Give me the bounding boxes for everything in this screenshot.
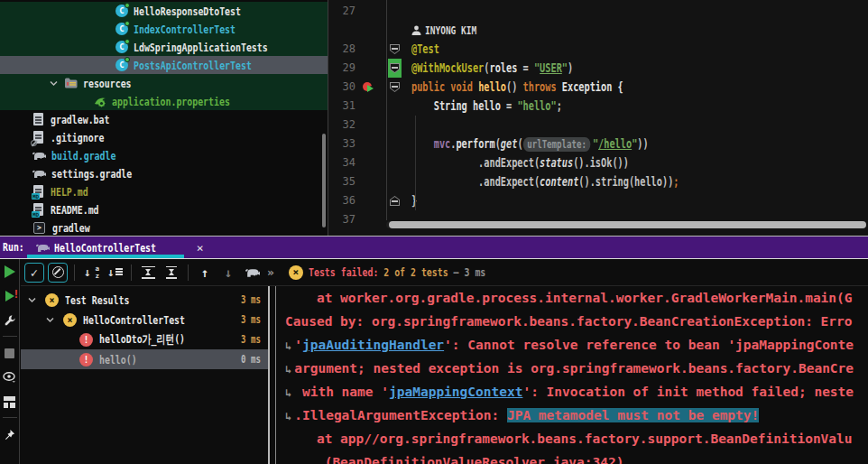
line-number[interactable]: 27 xyxy=(328,2,356,21)
expand-all-button[interactable] xyxy=(138,263,158,283)
tree-item-HelloResponseDtoTest[interactable]: C HelloResponseDtoTest xyxy=(0,2,328,20)
rerun-button[interactable] xyxy=(1,262,19,282)
pin-tab-button[interactable] xyxy=(1,424,19,444)
chevron-down-icon[interactable] xyxy=(50,79,58,88)
test-results-tree: × Test Results 3 ms × HelloControllerTes… xyxy=(21,286,270,464)
active-tab-indicator xyxy=(27,255,184,258)
markdown-file-icon: MD xyxy=(33,203,43,216)
line-number[interactable]: 28 xyxy=(328,40,356,59)
tree-item-help-md[interactable]: MD HELP.md xyxy=(0,182,328,200)
tree-item-readme-md[interactable]: MD README.md xyxy=(0,200,328,218)
gradle-elephant-icon xyxy=(35,242,50,253)
runnable-badge-icon xyxy=(125,39,130,44)
collapse-all-button[interactable] xyxy=(162,263,181,283)
tree-item-gradlew-bat[interactable]: gradlew.bat xyxy=(0,110,328,128)
test-settings-button[interactable] xyxy=(1,311,19,330)
run-header-bar: Run: HelloControllerTest × xyxy=(0,237,868,259)
editor-hscrollbar-thumb[interactable] xyxy=(389,221,866,228)
sort-alphabetically-button[interactable]: ↓a z xyxy=(81,263,101,283)
restore-layout-button[interactable] xyxy=(1,392,19,412)
code-line: 34 .andExpect(status().isOk()) xyxy=(328,153,868,172)
terminal-icon: > xyxy=(33,222,45,234)
md-badge: MD xyxy=(32,211,40,218)
sort-by-duration-button[interactable]: ↓ xyxy=(105,263,125,283)
more-actions-button[interactable]: » xyxy=(267,265,274,279)
tree-item-resources[interactable]: resources xyxy=(0,74,328,92)
runnable-badge-icon xyxy=(125,21,130,26)
chevron-down-icon[interactable] xyxy=(46,316,54,324)
line-number[interactable]: 32 xyxy=(328,116,356,135)
tests-failed-icon: × xyxy=(289,265,303,280)
stacktrace-link[interactable]: jpaMappingContext xyxy=(389,385,522,399)
gradle-elephant-icon xyxy=(32,150,46,161)
layout-icon xyxy=(4,396,15,408)
fold-marker-icon[interactable] xyxy=(390,82,400,92)
console-line: at worker.org.gradle.process.internal.wo… xyxy=(285,286,853,310)
previous-occurrence-button[interactable]: ↑ xyxy=(195,263,215,283)
tree-row-hellodto-test[interactable]: ! helloDto가_리턴() 3 ms xyxy=(21,329,268,349)
preview-options-button[interactable] xyxy=(1,367,19,387)
close-tab-icon[interactable]: × xyxy=(197,241,204,255)
tree-item-gitignore[interactable]: .gitignore xyxy=(0,128,328,146)
tests-failed-icon: × xyxy=(63,313,77,327)
line-number[interactable]: 37 xyxy=(328,210,356,229)
show-passed-toggle[interactable]: ✓ xyxy=(24,263,44,283)
gradle-test-runner-icon[interactable] xyxy=(242,263,262,283)
tree-item-application-properties[interactable]: application.properties xyxy=(0,92,328,110)
class-icon: C xyxy=(115,41,128,53)
show-ignored-toggle[interactable] xyxy=(48,263,68,283)
tree-item-PostsApiControllerTest[interactable]: C PostsApiControllerTest xyxy=(0,56,328,74)
line-number[interactable]: 34 xyxy=(328,153,356,172)
tree-item-label: settings.gradle xyxy=(51,167,132,181)
markdown-file-icon: MD xyxy=(33,185,43,198)
next-occurrence-button[interactable]: ↓ xyxy=(218,263,238,283)
tree-item-gradlew[interactable]: > gradlew xyxy=(0,218,328,236)
line-number[interactable]: 29 xyxy=(328,59,356,78)
stacktrace-link[interactable]: jpaAuditingHandler xyxy=(302,338,444,352)
tree-item-build-gradle[interactable]: build.gradle xyxy=(0,146,328,164)
fold-end-marker-icon[interactable] xyxy=(390,196,400,206)
tree-item-label: build.gradle xyxy=(51,149,115,162)
tree-item-label: README.md xyxy=(51,203,99,217)
test-error-icon: ! xyxy=(79,333,93,347)
toolbar-separator xyxy=(131,264,132,281)
code-line: 31 String hello = "hello"; xyxy=(328,97,868,116)
code-line: 35 .andExpect(content().string(hello)); xyxy=(328,172,868,191)
failed-test-run-icon[interactable] xyxy=(363,82,373,92)
line-number[interactable]: 36 xyxy=(328,191,356,210)
run-toolbar: ✓ ↓a z ↓ ↑ ↓ » × Tests failed xyxy=(21,259,868,286)
check-icon: ✓ xyxy=(31,265,38,280)
tree-item-LdwSpringApplicationTests[interactable]: C LdwSpringApplicationTests xyxy=(0,38,328,56)
md-badge: MD xyxy=(32,193,40,200)
tree-row-hello-test[interactable]: ! hello() 0 ms xyxy=(21,349,268,369)
ide-window: C HelloResponseDtoTest C IndexController… xyxy=(0,0,868,464)
line-number[interactable]: 33 xyxy=(328,135,356,153)
class-icon: C xyxy=(115,23,128,35)
tree-item-label: HelloResponseDtoTest xyxy=(134,5,241,18)
toolbar-separator xyxy=(188,264,189,281)
editor-panel[interactable]: 27 INYONG KIM 28 @Test 29 @WithMockUser(… xyxy=(328,0,868,236)
code-line: 33 mvc.perform(get(urlTemplate:"/hello")… xyxy=(328,135,868,153)
line-number[interactable]: 30 xyxy=(328,78,356,97)
runnable-badge-icon xyxy=(125,3,130,8)
project-tree-panel: C HelloResponseDtoTest C IndexController… xyxy=(0,0,328,236)
run-window-label: Run: xyxy=(3,240,31,254)
rerun-failed-tests-button[interactable]: ! xyxy=(1,286,19,306)
author-inlay-text: INYONG KIM xyxy=(425,23,476,37)
project-tree-scrollbar[interactable] xyxy=(322,134,326,227)
console-line: ↳ with name 'jpaMappingContext': Invocat… xyxy=(285,380,854,404)
tree-row-test-results[interactable]: × Test Results 3 ms xyxy=(21,290,268,310)
stop-button[interactable] xyxy=(1,343,19,363)
tree-item-settings-gradle[interactable]: settings.gradle xyxy=(0,164,328,182)
tree-item-label: PostsApiControllerTest xyxy=(134,59,252,72)
tree-row-hellocontrollertest[interactable]: × HelloControllerTest 3 ms xyxy=(21,310,268,329)
console-line: ↳.IllegalArgumentException: JPA metamode… xyxy=(285,404,759,428)
tree-item-IndexControllerTest[interactable]: C IndexControllerTest xyxy=(0,20,328,38)
class-icon: C xyxy=(115,59,128,71)
ignore-badge-icon xyxy=(31,140,37,146)
chevron-down-icon[interactable] xyxy=(28,296,36,304)
fold-marker-icon[interactable] xyxy=(390,44,400,54)
line-number[interactable]: 31 xyxy=(328,97,356,116)
line-number[interactable]: 35 xyxy=(328,172,356,191)
test-console-output[interactable]: at worker.org.gradle.process.internal.wo… xyxy=(275,286,868,464)
